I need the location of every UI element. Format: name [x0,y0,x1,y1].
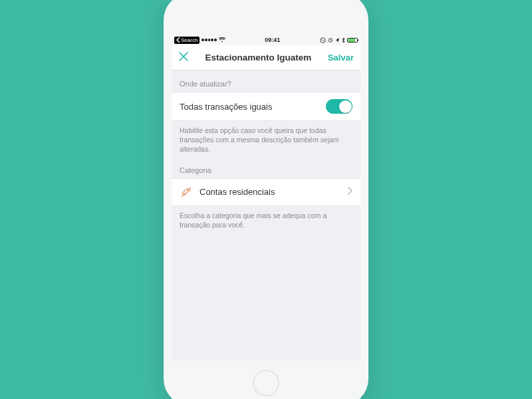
phone-frame: Search 09:41 Est [164,0,368,399]
chevron-right-icon [347,187,352,197]
status-time: 09:41 [265,37,280,43]
battery-icon [347,38,358,43]
toggle-all-similar[interactable] [326,99,352,114]
back-label: Search [181,37,198,44]
close-button[interactable] [178,51,189,65]
row-all-similar-transactions[interactable]: Todas transações iguais [172,92,360,121]
caption-category: Escolha a categoria que mais se adequa c… [172,206,360,232]
tools-icon [180,186,193,199]
section-header-category: Categoria [172,157,360,178]
screen: Search 09:41 Est [172,35,360,360]
row-category[interactable]: Contas residenciais [172,178,360,206]
back-to-search[interactable]: Search [174,37,200,44]
do-not-disturb-icon [320,37,326,43]
caption-update: Habilite esta opção caso você queira que… [172,121,360,157]
close-icon [178,51,189,62]
location-icon [335,37,340,43]
chevron-left-icon [176,37,180,43]
status-bar: Search 09:41 [172,35,360,45]
page-title: Estacionamento Iguatem [189,53,328,63]
signal-dots-icon [201,39,216,41]
wifi-icon [219,37,225,43]
navigation-bar: Estacionamento Iguatem Salvar [172,45,360,70]
section-header-update: Onde atualizar? [172,70,360,92]
status-left: Search [174,37,225,44]
save-button[interactable]: Salvar [328,53,354,63]
status-right [320,37,358,43]
row-label: Todas transações iguais [180,102,326,112]
home-button[interactable] [253,370,279,396]
alarm-icon [328,37,333,43]
category-value: Contas residenciais [200,187,347,197]
bluetooth-icon [342,37,345,43]
